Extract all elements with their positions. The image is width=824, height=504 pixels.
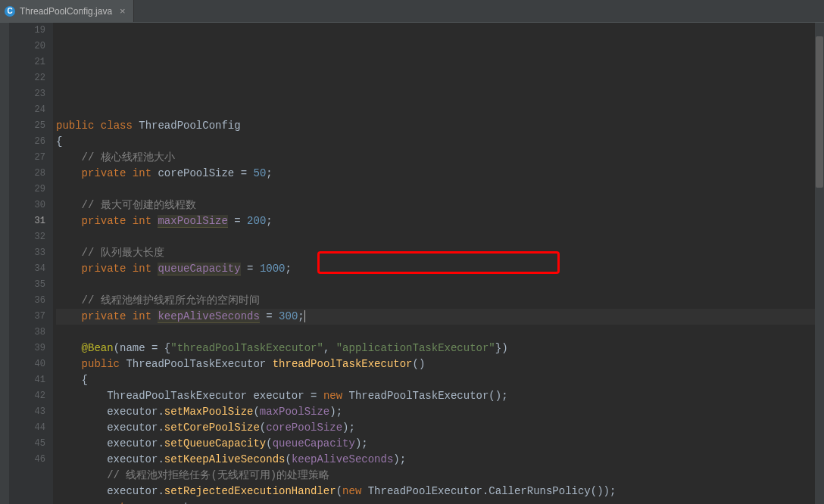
line-number: 33 [9,245,45,261]
code-line[interactable]: public class ThreadPoolConfig [56,118,824,134]
code-line[interactable]: @Bean(name = {"threadPoolTaskExecutor", … [56,341,824,356]
line-number: 30 [9,198,45,213]
bookmark-strip [0,23,9,504]
code-line[interactable]: executor.setMaxPoolSize(maxPoolSize); [56,404,824,420]
code-line[interactable]: { [56,134,824,150]
code-line[interactable]: // 最大可创建的线程数 [56,198,824,213]
code-line[interactable] [56,325,824,341]
code-line[interactable]: private int keepAliveSeconds = 300; [56,309,824,325]
code-line[interactable]: executor.setRejectedExecutionHandler(new… [56,484,824,499]
code-line[interactable]: ThreadPoolTaskExecutor executor = new Th… [56,388,824,404]
line-number: 22 [9,70,45,86]
editor-canvas: 1920212223242526272829303132333435363738… [0,23,824,504]
code-line[interactable] [56,277,824,293]
code-area[interactable]: public class ThreadPoolConfig{ // 核心线程池大… [53,23,824,504]
close-icon[interactable]: × [120,5,126,17]
line-number: 24 [9,102,45,118]
line-number-gutter: 1920212223242526272829303132333435363738… [9,23,53,504]
line-number: 43 [9,404,45,420]
text-caret [304,310,305,322]
editor-tabbar: C ThreadPoolConfig.java × [0,0,824,23]
line-number: 26 [9,134,45,150]
code-line[interactable]: // 线程池维护线程所允许的空闲时间 [56,293,824,309]
line-number: 20 [9,39,45,54]
code-line[interactable]: private int queueCapacity = 1000; [56,261,824,277]
file-tab[interactable]: C ThreadPoolConfig.java × [0,0,134,22]
line-number: 37 [9,309,45,325]
line-number: 27 [9,150,45,166]
line-number: 45 [9,436,45,452]
line-number: 39 [9,341,45,356]
line-number: 29 [9,182,45,198]
line-number: 34 [9,261,45,277]
code-line[interactable]: private int maxPoolSize = 200; [56,213,824,229]
code-line[interactable] [56,229,824,245]
line-number: 21 [9,54,45,70]
code-line[interactable]: return executor; [56,499,824,504]
line-number: 36 [9,293,45,309]
code-line[interactable]: private int corePoolSize = 50; [56,166,824,182]
line-number: 31 [9,213,45,229]
line-number: 46 [9,452,45,468]
code-line[interactable]: executor.setQueueCapacity(queueCapacity)… [56,436,824,452]
vertical-scrollbar[interactable] [815,23,824,504]
code-line[interactable]: // 队列最大长度 [56,245,824,261]
line-number: 44 [9,420,45,436]
code-line[interactable]: // 核心线程池大小 [56,150,824,166]
java-class-icon: C [5,6,15,17]
code-line[interactable]: executor.setCorePoolSize(corePoolSize); [56,420,824,436]
code-line[interactable]: { [56,372,824,388]
line-number: 25 [9,118,45,134]
line-number: 28 [9,166,45,182]
code-line[interactable]: // 线程池对拒绝任务(无线程可用)的处理策略 [56,468,824,484]
line-number: 32 [9,229,45,245]
line-number: 19 [9,23,45,39]
line-number: 38 [9,325,45,341]
line-number: 42 [9,388,45,404]
line-number: 41 [9,372,45,388]
line-number: 35 [9,277,45,293]
line-number: 23 [9,86,45,102]
tab-filename: ThreadPoolConfig.java [20,6,112,17]
line-number: 40 [9,356,45,372]
code-line[interactable] [56,182,824,198]
code-line[interactable]: executor.setKeepAliveSeconds(keepAliveSe… [56,452,824,468]
scroll-thumb[interactable] [816,36,823,188]
code-line[interactable]: public ThreadPoolTaskExecutor threadPool… [56,356,824,372]
